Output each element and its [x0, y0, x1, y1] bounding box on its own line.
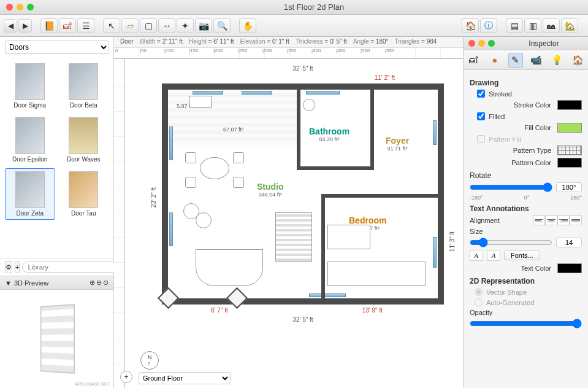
furniture-bed[interactable]	[327, 225, 370, 249]
text-size-slider[interactable]	[470, 238, 552, 247]
preview-door-icon	[40, 304, 74, 374]
filled-checkbox[interactable]	[477, 112, 485, 120]
zoom-in-icon[interactable]: ⊕	[90, 279, 95, 287]
inspector-tab-building[interactable]: 🏠	[570, 53, 585, 68]
room-foyer-label[interactable]: Foyer91.71 ft²	[386, 136, 409, 152]
3d-mode-button[interactable]: 🏠	[462, 18, 479, 33]
door-icon	[69, 63, 98, 100]
pattern-fill-checkbox[interactable]	[477, 135, 485, 143]
furniture-button[interactable]: 🛋	[59, 18, 76, 33]
library-add-button[interactable]: +	[15, 261, 20, 273]
library-item[interactable]: Door Tau	[59, 168, 109, 220]
inspector-tab-material[interactable]: ●	[487, 53, 502, 68]
library-item[interactable]: Door Sigma	[5, 60, 55, 112]
list-button[interactable]: ☰	[77, 18, 94, 33]
stroked-checkbox[interactable]	[477, 90, 485, 98]
view-walkthrough-button[interactable]: 🏡	[561, 18, 578, 33]
opacity-slider[interactable]	[470, 319, 582, 328]
library-settings-button[interactable]: ⚙	[5, 261, 12, 273]
preview-header[interactable]: ▼ 3D Preview ⊕ ⊖ ⊙	[0, 276, 113, 290]
pan-tool-button[interactable]: ✋	[239, 18, 256, 33]
pattern-color-swatch[interactable]	[557, 158, 582, 168]
align-right-button[interactable]	[557, 215, 570, 225]
furniture-sofa[interactable]	[196, 249, 263, 286]
zoom-window-button[interactable]	[27, 4, 34, 10]
stroke-color-swatch[interactable]	[557, 100, 582, 110]
library-search-input[interactable]	[22, 262, 118, 273]
align-justify-button[interactable]	[570, 215, 582, 225]
inspector-close-button[interactable]	[468, 40, 475, 47]
library-item[interactable]: Door Zeta	[5, 168, 55, 220]
rotate-slider[interactable]	[470, 182, 552, 192]
inspector-tab-camera[interactable]: 📹	[529, 53, 543, 68]
view-3d-button[interactable]: 🏘	[543, 18, 560, 33]
auto-generated-radio[interactable]	[475, 298, 483, 306]
zoom-fit-icon[interactable]: ⊙	[103, 279, 109, 287]
exterior-walls[interactable]: 5.87 ft² 67.07 ft²	[162, 83, 444, 305]
connect-tool-button[interactable]: ✦	[177, 18, 194, 33]
floor-plan-canvas[interactable]: 32' 5" ft 11' 2" ft 32' 5" ft 6' 7" ft 1…	[125, 59, 463, 388]
ruler-vertical	[114, 59, 125, 388]
pattern-type-swatch[interactable]	[557, 146, 582, 155]
furniture-chair[interactable]	[233, 177, 244, 188]
inspector-tab-light[interactable]: 💡	[549, 53, 564, 68]
dimension-tool-button[interactable]: ↔	[158, 18, 175, 33]
furniture-wardrobe[interactable]	[327, 262, 426, 286]
library-item[interactable]: Door Beta	[59, 60, 109, 112]
align-center-button[interactable]	[545, 215, 557, 225]
zoom-out-icon[interactable]: ⊖	[96, 279, 102, 287]
room-studio-label[interactable]: Studio346.04 ft²	[257, 182, 284, 198]
room-tool-button[interactable]: ▢	[140, 18, 157, 33]
furniture-chair[interactable]	[185, 177, 196, 188]
add-floor-button[interactable]: +	[120, 371, 132, 383]
library-item-label: Door Zeta	[8, 210, 52, 217]
library-doors-button[interactable]: 📙	[40, 18, 58, 33]
furniture-toilet[interactable]	[303, 99, 315, 111]
main-toolbar: ◀ ▶ 📙 🛋 ☰ ↖ ▱ ▢ ↔ ✦ 📷 🔍 ✋ 🏠 ⓘ ▤ ▥ 🏘 🏡	[0, 15, 588, 37]
view-split-button[interactable]: ▥	[524, 18, 541, 33]
nav-forward-button[interactable]: ▶	[18, 19, 32, 33]
inspector-tab-2d[interactable]: ✎	[508, 53, 523, 68]
rotate-value-input[interactable]	[556, 182, 582, 192]
text-style-italic-button[interactable]: A	[487, 250, 500, 261]
door-icon	[15, 117, 45, 154]
library-item-label: Door Beta	[62, 102, 106, 109]
chevron-down-icon: ▼	[5, 279, 12, 287]
inspector-zoom-button[interactable]	[488, 40, 495, 47]
library-category-select[interactable]: Doors	[5, 41, 109, 54]
furniture-chair[interactable]	[233, 152, 244, 163]
door-icon	[15, 63, 45, 100]
text-color-swatch[interactable]	[557, 263, 582, 273]
minimize-window-button[interactable]	[17, 4, 23, 10]
pointer-tool-button[interactable]: ↖	[103, 18, 120, 33]
library-item[interactable]: Door Epsilon	[5, 114, 55, 166]
object-info-bar: Door Width = 2' 11" ft Height = 6' 11" f…	[114, 37, 463, 48]
preview-3d-viewport[interactable]: ARCHIBASE.NET	[0, 290, 113, 388]
room-bathroom-label[interactable]: Bathroom84.20 ft²	[309, 126, 349, 142]
compass-icon[interactable]: N↑	[140, 351, 159, 370]
info-button[interactable]: ⓘ	[480, 18, 497, 33]
section-2d-representation: 2D Representation	[470, 277, 582, 285]
stairs[interactable]	[275, 212, 312, 262]
text-size-input[interactable]	[556, 238, 582, 247]
nav-back-button[interactable]: ◀	[4, 19, 17, 33]
zoom-tool-button[interactable]: 🔍	[213, 18, 231, 33]
furniture-chair[interactable]	[185, 152, 196, 163]
library-item[interactable]: Door Waves	[59, 114, 109, 166]
text-style-plain-button[interactable]: A	[470, 250, 483, 261]
kitchen-floor	[168, 90, 297, 145]
inspector-tab-furniture[interactable]: 🛋	[467, 53, 481, 68]
fonts-button[interactable]: Fonts...	[504, 250, 540, 260]
vector-shape-radio[interactable]	[475, 288, 483, 296]
align-left-button[interactable]	[533, 215, 545, 225]
inspector-minimize-button[interactable]	[478, 40, 485, 47]
furniture-sink[interactable]	[189, 96, 212, 108]
close-window-button[interactable]	[6, 4, 13, 10]
view-plan-button[interactable]: ▤	[506, 18, 523, 33]
furniture-table[interactable]	[200, 157, 229, 179]
furniture-stool[interactable]	[196, 212, 212, 228]
wall-tool-button[interactable]: ▱	[121, 18, 139, 33]
floor-level-select[interactable]: Ground Floor	[139, 372, 231, 384]
fill-color-swatch[interactable]	[557, 123, 582, 133]
camera-tool-button[interactable]: 📷	[195, 18, 212, 33]
